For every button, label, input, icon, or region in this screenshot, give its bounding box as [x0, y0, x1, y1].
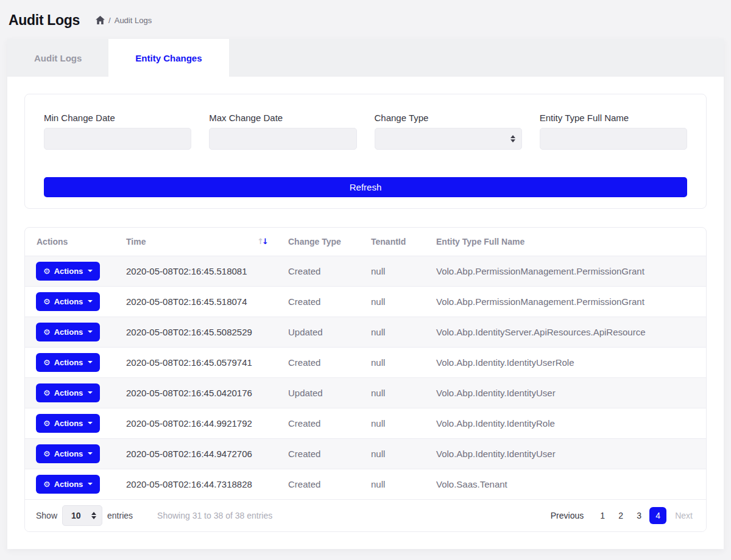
cell-tenant-id: null: [359, 377, 424, 408]
caret-down-icon: [88, 391, 93, 394]
table-row: ⚙Actions 2020-05-08T02:16:45.0579741 Cre…: [25, 347, 706, 377]
tab-entity-changes[interactable]: Entity Changes: [108, 39, 228, 77]
select-updown-icon: [91, 512, 96, 519]
gear-icon: ⚙: [43, 480, 51, 488]
cell-change-type: Updated: [276, 317, 359, 347]
tab-strip: Audit Logs Entity Changes: [7, 39, 724, 77]
row-actions-button[interactable]: ⚙Actions: [36, 444, 100, 463]
breadcrumb-separator: /: [108, 16, 111, 25]
sort-icon[interactable]: ↑ ↓: [257, 237, 269, 246]
pagination-page-3[interactable]: 3: [631, 507, 647, 524]
table-card: Actions Time ↑ ↓ Change Type Tenan: [24, 227, 707, 532]
caret-down-icon: [88, 483, 93, 485]
cell-change-type: Updated: [276, 377, 359, 408]
pagination-page-2[interactable]: 2: [613, 507, 629, 524]
table-row: ⚙Actions 2020-05-08T02:16:45.518074 Crea…: [25, 286, 706, 317]
home-icon[interactable]: [96, 16, 105, 24]
gear-icon: ⚙: [43, 389, 51, 397]
max-change-date-label: Max Change Date: [209, 113, 356, 123]
filter-change-type: Change Type: [375, 113, 522, 150]
cell-tenant-id: null: [359, 438, 424, 469]
change-type-select[interactable]: [375, 128, 522, 150]
cell-time: 2020-05-08T02:16:44.9921792: [114, 408, 276, 438]
row-actions-button[interactable]: ⚙Actions: [36, 323, 100, 341]
page-size-select[interactable]: 10: [62, 505, 102, 526]
caret-down-icon: [88, 452, 93, 455]
entity-changes-table: Actions Time ↑ ↓ Change Type Tenan: [25, 228, 706, 500]
caret-down-icon: [88, 300, 93, 303]
cell-time: 2020-05-08T02:16:45.0579741: [114, 347, 276, 377]
breadcrumb: / Audit Logs: [96, 16, 152, 25]
cell-entity-type: Volo.Saas.Tenant: [424, 469, 706, 499]
pagination-page-4-active[interactable]: 4: [649, 507, 666, 524]
table-row: ⚙Actions 2020-05-08T02:16:44.9472706 Cre…: [25, 438, 706, 469]
pagination-next[interactable]: Next: [673, 507, 695, 524]
sort-desc-icon: ↓: [262, 237, 269, 246]
column-header-time[interactable]: Time ↑ ↓: [114, 228, 276, 256]
filter-min-change-date: Min Change Date: [44, 113, 191, 150]
pagination: Previous 1 2 3 4 Next: [546, 507, 695, 524]
cell-time: 2020-05-08T02:16:45.518081: [114, 256, 276, 286]
table-row: ⚙Actions 2020-05-08T02:16:44.9921792 Cre…: [25, 408, 706, 438]
gear-icon: ⚙: [43, 267, 51, 275]
cell-time: 2020-05-08T02:16:45.5082529: [114, 317, 276, 347]
cell-tenant-id: null: [359, 469, 424, 499]
gear-icon: ⚙: [43, 419, 51, 427]
row-actions-button[interactable]: ⚙Actions: [36, 292, 100, 311]
entity-type-full-name-input[interactable]: [540, 128, 687, 150]
cell-entity-type: Volo.Abp.Identity.IdentityUser: [424, 438, 706, 469]
gear-icon: ⚙: [43, 359, 51, 366]
max-change-date-input[interactable]: [209, 128, 356, 150]
min-change-date-input[interactable]: [44, 128, 191, 150]
table-row: ⚙Actions 2020-05-08T02:16:45.518081 Crea…: [25, 256, 706, 286]
filter-card: Min Change Date Max Change Date Change T…: [24, 94, 707, 209]
table-footer: Show 10 entries Showing 31 to 38 of 38 e…: [25, 500, 706, 531]
caret-down-icon: [88, 422, 93, 424]
cell-tenant-id: null: [359, 317, 424, 347]
column-header-tenant-id: TenantId: [359, 228, 424, 256]
filter-max-change-date: Max Change Date: [209, 113, 356, 150]
page-header: Audit Logs / Audit Logs: [0, 0, 731, 39]
cell-time: 2020-05-08T02:16:44.9472706: [114, 438, 276, 469]
caret-down-icon: [88, 331, 93, 333]
cell-entity-type: Volo.Abp.IdentityServer.ApiResources.Api…: [424, 317, 706, 347]
cell-change-type: Created: [276, 347, 359, 377]
gear-icon: ⚙: [43, 298, 51, 306]
row-actions-button[interactable]: ⚙Actions: [36, 475, 100, 494]
column-header-change-type: Change Type: [276, 228, 359, 256]
row-actions-button[interactable]: ⚙Actions: [36, 353, 100, 372]
column-header-entity-type-full-name: Entity Type Full Name: [424, 228, 706, 256]
show-label: Show: [36, 511, 57, 520]
table-row: ⚙Actions 2020-05-08T02:16:44.7318828 Cre…: [25, 469, 706, 499]
cell-change-type: Created: [276, 256, 359, 286]
card-body: Min Change Date Max Change Date Change T…: [7, 77, 724, 549]
main-card: Audit Logs Entity Changes Min Change Dat…: [7, 39, 724, 549]
gear-icon: ⚙: [43, 450, 51, 458]
caret-down-icon: [88, 361, 93, 363]
column-header-actions: Actions: [25, 228, 114, 256]
cell-change-type: Created: [276, 469, 359, 499]
cell-tenant-id: null: [359, 408, 424, 438]
cell-change-type: Created: [276, 286, 359, 317]
table-row: ⚙Actions 2020-05-08T02:16:45.5082529 Upd…: [25, 317, 706, 347]
pagination-page-1[interactable]: 1: [595, 507, 610, 524]
filter-entity-type-full-name: Entity Type Full Name: [540, 113, 687, 150]
select-updown-icon: [510, 135, 515, 142]
cell-entity-type: Volo.Abp.Identity.IdentityUser: [424, 377, 706, 408]
cell-entity-type: Volo.Abp.Identity.IdentityRole: [424, 408, 706, 438]
entries-summary: Showing 31 to 38 of 38 entries: [157, 511, 272, 520]
page-title: Audit Logs: [9, 12, 80, 29]
pagination-previous[interactable]: Previous: [548, 507, 586, 524]
refresh-button[interactable]: Refresh: [44, 177, 687, 197]
caret-down-icon: [88, 270, 93, 272]
cell-tenant-id: null: [359, 256, 424, 286]
cell-time: 2020-05-08T02:16:45.0420176: [114, 377, 276, 408]
row-actions-button[interactable]: ⚙Actions: [36, 262, 100, 281]
cell-entity-type: Volo.Abp.PermissionManagement.Permission…: [424, 286, 706, 317]
breadcrumb-current: Audit Logs: [115, 16, 152, 25]
change-type-label: Change Type: [375, 113, 522, 123]
row-actions-button[interactable]: ⚙Actions: [36, 414, 100, 433]
cell-tenant-id: null: [359, 347, 424, 377]
row-actions-button[interactable]: ⚙Actions: [36, 383, 100, 402]
tab-audit-logs[interactable]: Audit Logs: [7, 39, 108, 77]
